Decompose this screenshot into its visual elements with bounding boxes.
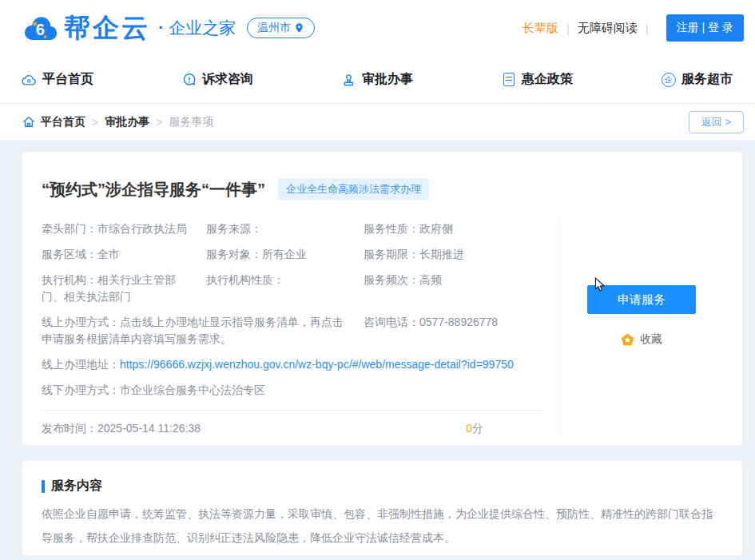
policy-doc-icon	[501, 72, 516, 87]
header-separator: |	[566, 22, 570, 35]
publish-time: 发布时间：2025-05-14 11:26:38	[42, 422, 201, 436]
score-badge: 0分	[466, 422, 543, 436]
apply-service-button[interactable]: 申请服务	[587, 285, 696, 314]
breadcrumb-current: 服务事项	[169, 115, 213, 129]
service-content-card: 服务内容 依照企业自愿申请，统筹监管、执法等资源力量，采取审慎、包容、非强制性措…	[22, 461, 742, 555]
star-badge-icon	[621, 333, 634, 347]
header-actions: 长辈版 | 无障碍阅读 | 注册 | 登 录	[523, 14, 744, 42]
main-nav: 平台首页 诉求咨询 审批办事	[0, 56, 755, 104]
brand-suffix: 企业之家	[169, 17, 236, 39]
nav-item-approval[interactable]: 审批办事	[341, 71, 413, 88]
accessibility-link[interactable]: 无障碍阅读	[578, 21, 638, 36]
field-service-region: 服务区域：全市	[42, 246, 206, 263]
section-title-bar	[42, 480, 45, 493]
brand-name: 帮企云	[64, 10, 150, 46]
service-badge: 企业全生命高频涉法需求办理	[278, 178, 429, 201]
section-title: 服务内容	[51, 478, 102, 494]
breadcrumb-separator: >	[156, 116, 162, 129]
detail-action-panel: 申请服务 收藏	[559, 220, 723, 436]
home-cloud-icon	[22, 72, 37, 87]
logo-char: 6	[36, 21, 45, 38]
section-body: 依照企业自愿申请，统筹监管、执法等资源力量，采取审慎、包容、非强制性措施，为企业…	[42, 502, 723, 550]
nav-label: 服务超市	[681, 71, 733, 88]
field-service-frequency: 服务频次：高频	[364, 272, 543, 305]
favorite-button[interactable]: 收藏	[621, 332, 662, 347]
section-title-row: 服务内容	[42, 478, 723, 494]
page: 6 帮企云 · 企业之家 温州市 长辈版 | 无障碍阅读 | 注册 | 登 录	[0, 0, 755, 560]
nav-label: 审批办事	[362, 71, 413, 88]
breadcrumb-section-link[interactable]: 审批办事	[105, 115, 149, 129]
brand-dot: ·	[158, 18, 164, 38]
field-offline-method: 线下办理方式：市企业综合服务中心法治专区	[42, 382, 543, 399]
field-phone: 咨询电话：0577-88926778	[364, 314, 543, 348]
fields-grid: 牵头部门：市综合行政执法局 服务来源： 服务性质：政府侧 服务区域：全市 服务对…	[42, 220, 543, 399]
nav-item-service-market[interactable]: 企 服务超市	[661, 71, 733, 88]
nav-label: 诉求咨询	[202, 71, 253, 88]
header: 6 帮企云 · 企业之家 温州市 长辈版 | 无障碍阅读 | 注册 | 登 录	[0, 0, 755, 56]
field-service-term: 服务期限：长期推进	[364, 246, 543, 263]
home-icon	[22, 116, 35, 128]
breadcrumb: 平台首页 > 审批办事 > 服务事项 返回 >	[0, 104, 755, 140]
field-online-method: 线上办理方式：点击线上办理地址显示指导服务清单，再点击申请服务根据清单内容填写服…	[42, 314, 364, 348]
service-title: “预约式”涉企指导服务“一件事”	[42, 179, 265, 201]
elder-mode-link[interactable]: 长辈版	[523, 21, 558, 36]
spacer-band	[0, 140, 755, 152]
chat-icon	[181, 72, 197, 87]
nav-label: 惠企政策	[522, 71, 573, 88]
breadcrumb-separator: >	[92, 116, 98, 129]
field-agency-nature: 执行机构性质：	[206, 272, 364, 305]
online-address-link[interactable]: https://96666.wzjxj.wenzhou.gov.cn/wz-bq…	[120, 358, 514, 371]
location-label: 温州市	[257, 21, 291, 35]
publish-row: 发布时间：2025-05-14 11:26:38 0分	[42, 411, 543, 436]
detail-fields-area: 牵头部门：市综合行政执法局 服务来源： 服务性质：政府侧 服务区域：全市 服务对…	[42, 220, 559, 436]
breadcrumb-home-link[interactable]: 平台首页	[41, 115, 85, 129]
field-service-target: 服务对象：所有企业	[206, 246, 364, 263]
back-button[interactable]: 返回 >	[689, 111, 744, 133]
nav-label: 平台首页	[42, 71, 93, 88]
location-pin-icon	[294, 22, 304, 34]
register-login-button[interactable]: 注册 | 登 录	[666, 14, 744, 42]
detail-body: 牵头部门：市综合行政执法局 服务来源： 服务性质：政府侧 服务区域：全市 服务对…	[42, 220, 723, 436]
nav-item-platform-home[interactable]: 平台首页	[22, 71, 93, 88]
field-service-source: 服务来源：	[206, 220, 364, 237]
detail-title-row: “预约式”涉企指导服务“一件事” 企业全生命高频涉法需求办理	[42, 152, 723, 220]
brand-logo[interactable]: 6 帮企云 · 企业之家	[22, 10, 236, 46]
field-service-nature: 服务性质：政府侧	[364, 220, 543, 237]
stamp-icon	[341, 72, 356, 87]
field-online-address: 线上办理地址：https://96666.wzjxj.wenzhou.gov.c…	[42, 356, 543, 373]
field-lead-department: 牵头部门：市综合行政执法局	[42, 220, 206, 237]
nav-item-consultation[interactable]: 诉求咨询	[181, 71, 253, 88]
service-detail-card: “预约式”涉企指导服务“一件事” 企业全生命高频涉法需求办理 牵头部门：市综合行…	[22, 152, 742, 445]
location-selector[interactable]: 温州市	[247, 18, 315, 38]
header-separator: |	[646, 22, 649, 35]
market-icon-char: 企	[662, 73, 676, 87]
logo-cloud-icon: 6	[22, 14, 59, 42]
field-executing-agency: 执行机构：相关行业主管部门、相关执法部门	[42, 272, 206, 305]
market-icon: 企	[661, 72, 676, 87]
favorite-label: 收藏	[640, 332, 662, 347]
nav-item-policy[interactable]: 惠企政策	[501, 71, 573, 88]
